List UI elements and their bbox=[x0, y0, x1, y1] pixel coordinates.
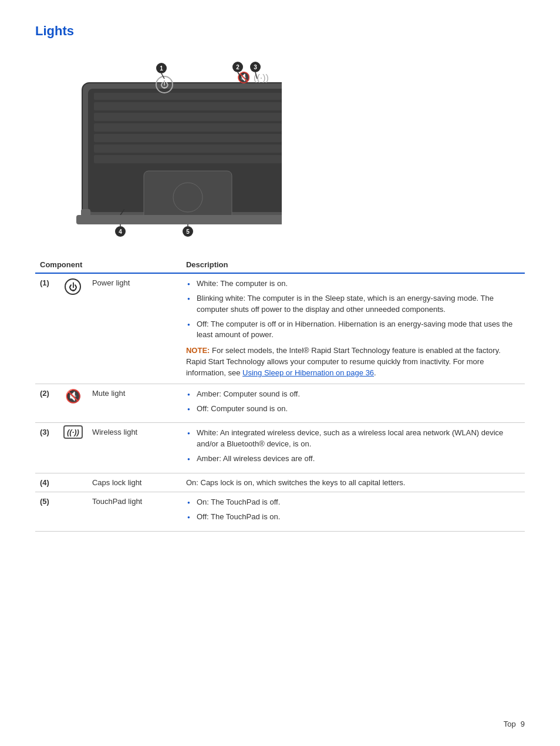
bullet-item: Amber: Computer sound is off. bbox=[186, 389, 520, 400]
row-icon: ⏻ bbox=[59, 273, 87, 384]
laptop-diagram: ⏻ 🔇 ((·)) 1 2 3 4 5 bbox=[35, 51, 282, 246]
row-icon bbox=[59, 473, 87, 492]
svg-rect-2 bbox=[94, 93, 282, 100]
table-row: (1)⏻Power lightWhite: The computer is on… bbox=[35, 273, 525, 384]
bullet-item: Off: The computer is off or in Hibernati… bbox=[186, 319, 520, 341]
svg-rect-4 bbox=[94, 113, 282, 121]
note-link[interactable]: Using Sleep or Hibernation on page 36 bbox=[242, 368, 374, 377]
page-footer: Top 9 bbox=[504, 720, 525, 728]
footer-top-label: Top bbox=[504, 720, 516, 728]
table-row: (2)🔇Mute lightAmber: Computer sound is o… bbox=[35, 384, 525, 423]
svg-text:⏻: ⏻ bbox=[160, 80, 168, 89]
svg-text:3: 3 bbox=[254, 64, 257, 70]
row-num: (2) bbox=[35, 384, 59, 423]
bullet-item: White: The computer is on. bbox=[186, 278, 520, 290]
bullet-item: On: The TouchPad is off. bbox=[186, 497, 520, 508]
svg-rect-33 bbox=[76, 215, 282, 224]
row-component-name: TouchPad light bbox=[87, 492, 181, 531]
bullet-item: Blinking white: The computer is in the S… bbox=[186, 293, 520, 315]
row-component-name: Caps lock light bbox=[87, 473, 181, 492]
svg-rect-3 bbox=[94, 102, 282, 110]
page-title: Lights bbox=[35, 23, 525, 39]
row-icon bbox=[59, 492, 87, 531]
component-table: Component Description (1)⏻Power lightWhi… bbox=[35, 257, 525, 532]
bullet-item: Off: Computer sound is on. bbox=[186, 404, 520, 415]
col-header-description: Description bbox=[181, 257, 525, 273]
row-component-name: Mute light bbox=[87, 384, 181, 423]
row-icon: ((·)) bbox=[59, 423, 87, 473]
row-num: (1) bbox=[35, 273, 59, 384]
row-description: Amber: Computer sound is off.Off: Comput… bbox=[181, 384, 525, 423]
row-description: White: An integrated wireless device, su… bbox=[181, 423, 525, 473]
row-component-name: Power light bbox=[87, 273, 181, 384]
svg-text:1: 1 bbox=[160, 65, 163, 72]
row-description: On: Caps lock is on, which switches the … bbox=[181, 473, 525, 492]
note-label: NOTE: bbox=[186, 346, 210, 355]
svg-text:4: 4 bbox=[119, 228, 122, 235]
row-num: (3) bbox=[35, 423, 59, 473]
svg-text:5: 5 bbox=[186, 228, 190, 235]
row-component-name: Wireless light bbox=[87, 423, 181, 473]
svg-rect-8 bbox=[94, 155, 282, 163]
note-block: NOTE: For select models, the Intel® Rapi… bbox=[186, 345, 520, 379]
svg-text:2: 2 bbox=[236, 64, 239, 70]
svg-rect-7 bbox=[94, 145, 282, 153]
bullet-item: Amber: All wireless devices are off. bbox=[186, 453, 520, 465]
svg-rect-6 bbox=[94, 134, 282, 142]
row-num: (4) bbox=[35, 473, 59, 492]
svg-text:🔇: 🔇 bbox=[237, 71, 251, 84]
table-row: (3)((·))Wireless lightWhite: An integrat… bbox=[35, 423, 525, 473]
svg-rect-5 bbox=[94, 123, 282, 132]
table-row: (4)Caps lock lightOn: Caps lock is on, w… bbox=[35, 473, 525, 492]
row-description: White: The computer is on.Blinking white… bbox=[181, 273, 525, 384]
col-header-component: Component bbox=[35, 257, 181, 273]
bullet-item: White: An integrated wireless device, su… bbox=[186, 428, 520, 450]
row-icon: 🔇 bbox=[59, 384, 87, 423]
footer-page-num: 9 bbox=[521, 720, 525, 728]
bullet-item: Off: The TouchPad is on. bbox=[186, 512, 520, 523]
table-row: (5)TouchPad lightOn: The TouchPad is off… bbox=[35, 492, 525, 531]
row-num: (5) bbox=[35, 492, 59, 531]
row-description: On: The TouchPad is off.Off: The TouchPa… bbox=[181, 492, 525, 531]
